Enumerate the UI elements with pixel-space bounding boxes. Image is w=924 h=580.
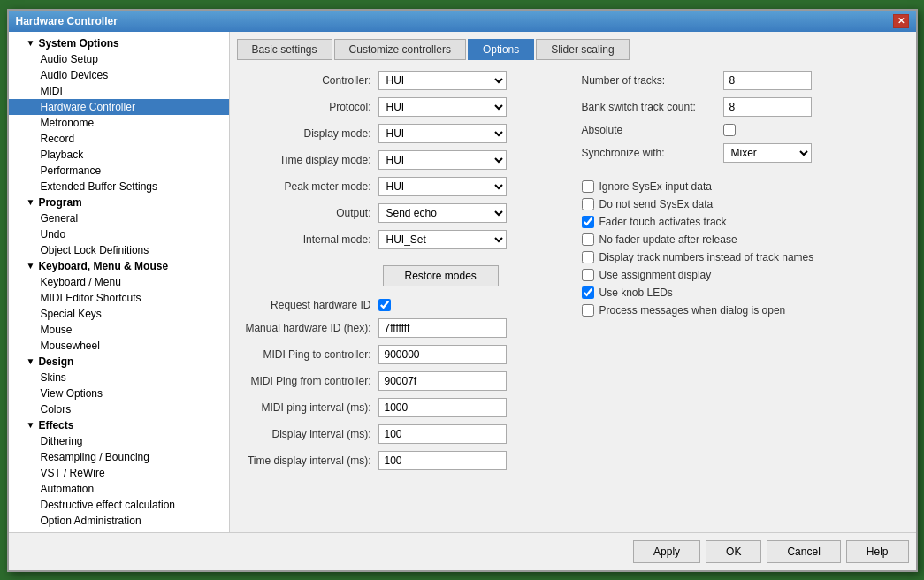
sidebar-item-effects[interactable]: ▼ Effects: [9, 417, 229, 433]
no-fader-update-row: No fader update after release: [582, 233, 909, 246]
sidebar-item-skins[interactable]: Skins: [9, 370, 229, 385]
num-tracks-input[interactable]: [723, 71, 812, 90]
sidebar-item-program[interactable]: ▼ Program: [9, 195, 229, 210]
sidebar-item-audio-setup[interactable]: Audio Setup: [9, 51, 229, 67]
sidebar-item-object-lock[interactable]: Object Lock Definitions: [9, 242, 229, 258]
sidebar-item-option-admin[interactable]: Option Administration: [9, 513, 229, 529]
synchronize-select[interactable]: Mixer: [723, 143, 812, 163]
sidebar-item-dithering[interactable]: Dithering: [9, 433, 229, 449]
ignore-sysex-label: Ignore SysEx input data: [599, 180, 712, 193]
use-assignment-display-label: Use assignment display: [599, 269, 712, 281]
help-button[interactable]: Help: [846, 540, 909, 563]
no-fader-update-checkbox[interactable]: [582, 233, 594, 246]
midi-ping-from-input[interactable]: [378, 371, 507, 391]
protocol-label: Protocol:: [237, 101, 378, 113]
restore-modes-button[interactable]: Restore modes: [383, 265, 499, 286]
midi-ping-interval-input[interactable]: [378, 398, 507, 417]
tabs-container: Basic settings Customize controllers Opt…: [237, 39, 909, 60]
time-display-mode-select[interactable]: HUI: [378, 150, 507, 170]
display-interval-input[interactable]: [378, 424, 507, 444]
sidebar-item-midi[interactable]: MIDI: [9, 83, 229, 99]
dialog-body: ▼ System Options Audio Setup Audio Devic…: [9, 32, 916, 532]
sidebar-item-vst-rewire[interactable]: VST / ReWire: [9, 465, 229, 481]
sidebar-item-audio-devices[interactable]: Audio Devices: [9, 67, 229, 83]
sidebar-item-mouse[interactable]: Mouse: [9, 322, 229, 338]
sidebar-label: Colors: [41, 403, 72, 416]
protocol-select[interactable]: HUI: [378, 97, 507, 117]
tab-customize-controllers[interactable]: Customize controllers: [334, 39, 466, 60]
sidebar-item-automation[interactable]: Automation: [9, 481, 229, 497]
tab-options[interactable]: Options: [468, 39, 534, 60]
ok-button[interactable]: OK: [706, 540, 761, 563]
use-assignment-display-checkbox[interactable]: [582, 269, 594, 281]
sidebar-item-view-options[interactable]: View Options: [9, 385, 229, 401]
no-send-sysex-checkbox[interactable]: [582, 198, 594, 210]
request-hw-id-checkbox[interactable]: [378, 299, 391, 311]
sidebar-item-keyboard-menu[interactable]: Keyboard / Menu: [9, 274, 229, 290]
peak-meter-mode-select[interactable]: HUI: [378, 177, 507, 196]
no-send-sysex-label: Do not send SysEx data: [599, 198, 714, 210]
sidebar-label: Keyboard / Menu: [41, 276, 121, 288]
sidebar-item-performance[interactable]: Performance: [9, 163, 229, 179]
sidebar-item-system-options[interactable]: ▼ System Options: [9, 35, 229, 51]
close-button[interactable]: ✕: [893, 14, 909, 28]
output-select[interactable]: Send echo: [378, 203, 507, 223]
use-knob-leds-checkbox[interactable]: [582, 286, 594, 299]
tab-slider-scaling[interactable]: Slider scaling: [536, 39, 629, 60]
use-assignment-display-row: Use assignment display: [582, 269, 909, 281]
no-fader-update-label: No fader update after release: [599, 233, 737, 246]
sidebar-item-design[interactable]: ▼ Design: [9, 354, 229, 370]
peak-meter-mode-label: Peak meter mode:: [237, 180, 378, 193]
expand-icon: ▼: [27, 420, 35, 430]
midi-ping-from-row: MIDI Ping from controller:: [237, 371, 568, 391]
display-track-numbers-label: Display track numbers instead of track n…: [599, 251, 814, 263]
sidebar-item-mousewheel[interactable]: Mousewheel: [9, 338, 229, 354]
sidebar-item-keyboard-menu-mouse[interactable]: ▼ Keyboard, Menu & Mouse: [9, 258, 229, 274]
right-panel: Number of tracks: Bank switch track coun…: [582, 71, 909, 525]
display-mode-select[interactable]: HUI: [378, 124, 507, 143]
controller-select[interactable]: HUI: [378, 71, 507, 90]
absolute-checkbox[interactable]: [723, 124, 736, 136]
sidebar-item-hardware-controller[interactable]: Hardware Controller: [9, 99, 229, 115]
expand-icon: ▼: [27, 197, 35, 207]
sidebar-item-playback[interactable]: Playback: [9, 147, 229, 163]
sidebar-label: Automation: [41, 483, 95, 495]
sidebar-item-midi-editor-shortcuts[interactable]: MIDI Editor Shortcuts: [9, 290, 229, 306]
display-interval-label: Display interval (ms):: [237, 428, 378, 440]
sidebar-label: Record: [41, 133, 75, 145]
display-track-numbers-checkbox[interactable]: [582, 251, 594, 263]
sidebar-label: Design: [38, 355, 73, 368]
bottom-bar: Apply OK Cancel Help: [9, 532, 916, 570]
sidebar-item-extended-buffer[interactable]: Extended Buffer Settings: [9, 179, 229, 195]
fader-touch-checkbox[interactable]: [582, 216, 594, 228]
sidebar-item-metronome[interactable]: Metronome: [9, 115, 229, 131]
expand-icon: ▼: [27, 356, 35, 366]
display-interval-row: Display interval (ms):: [237, 424, 568, 444]
sidebar: ▼ System Options Audio Setup Audio Devic…: [9, 32, 230, 532]
process-messages-checkbox[interactable]: [582, 304, 594, 317]
manual-hw-id-input[interactable]: [378, 318, 507, 338]
sidebar-item-general[interactable]: General: [9, 210, 229, 226]
num-tracks-row: Number of tracks:: [582, 71, 909, 90]
expand-icon: ▼: [27, 261, 35, 271]
apply-button[interactable]: Apply: [633, 540, 700, 563]
internal-mode-select[interactable]: HUI_Set: [378, 230, 507, 249]
sidebar-item-colors[interactable]: Colors: [9, 401, 229, 417]
use-knob-leds-row: Use knob LEDs: [582, 286, 909, 299]
sidebar-label: Mousewheel: [41, 340, 100, 352]
sidebar-item-record[interactable]: Record: [9, 131, 229, 147]
sidebar-item-resampling[interactable]: Resampling / Bouncing: [9, 449, 229, 465]
ignore-sysex-checkbox[interactable]: [582, 180, 594, 193]
time-display-interval-input[interactable]: [378, 451, 507, 470]
cancel-button[interactable]: Cancel: [767, 540, 840, 563]
sidebar-item-destructive[interactable]: Destructive effect calculation: [9, 497, 229, 513]
sidebar-label: System Options: [38, 37, 118, 50]
midi-ping-ctrl-input[interactable]: [378, 345, 507, 364]
tab-basic-settings[interactable]: Basic settings: [237, 39, 332, 60]
sidebar-item-special-keys[interactable]: Special Keys: [9, 306, 229, 322]
sidebar-item-undo[interactable]: Undo: [9, 226, 229, 242]
bank-switch-input[interactable]: [723, 97, 812, 117]
ignore-sysex-row: Ignore SysEx input data: [582, 180, 909, 193]
bank-switch-label: Bank switch track count:: [582, 101, 723, 113]
expand-icon: ▼: [27, 38, 35, 48]
